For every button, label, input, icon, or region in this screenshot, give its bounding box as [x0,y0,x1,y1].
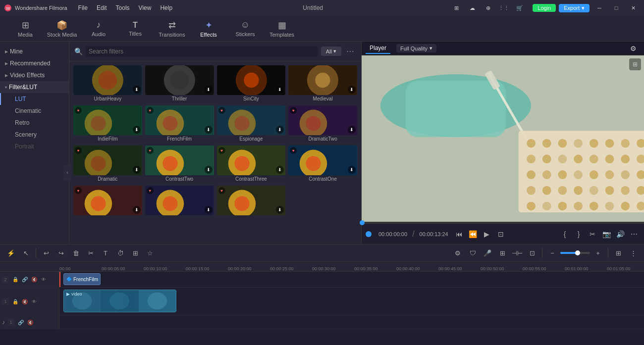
zoom-slider[interactable] [560,252,590,254]
toolbar-stock-media[interactable]: 📦 Stock Media [45,18,79,40]
smart-tools-button[interactable]: ⚡ [4,246,18,259]
effect-urbanheavy[interactable]: ⬇ UrbanHeavy [73,65,142,102]
download-icon[interactable]: ⬇ [205,126,213,134]
download-icon[interactable]: ⬇ [133,206,141,214]
connect-icon[interactable]: ⊕ [481,3,495,13]
effect-row4-2[interactable]: ♥ ⬇ [145,186,214,217]
effect-medieval[interactable]: ⬇ Medieval [288,65,357,102]
maximize-button[interactable]: □ [609,3,623,13]
download-icon[interactable]: ⬇ [205,86,213,94]
export-button[interactable]: Export ▾ [559,4,590,12]
track-eye-button-v[interactable]: 👁 [30,297,38,305]
track-lock-button-v[interactable]: 🔒 [11,297,19,305]
screenshot-icon[interactable]: ⊞ [629,58,641,70]
menu-view[interactable]: View [135,3,156,12]
effect-dramatic[interactable]: ♥ ⬇ Dramatic [73,146,142,183]
undo-button[interactable]: ↩ [39,246,53,259]
zoom-in-button[interactable]: + [591,246,605,259]
video-clip[interactable]: ▶ video [63,290,176,312]
download-icon[interactable]: ⬇ [205,206,213,214]
login-button[interactable]: Login [533,4,556,12]
toolbar-templates[interactable]: ▦ Templates [265,18,299,40]
sidebar-item-cinematic[interactable]: Cinematic [0,105,69,117]
preview-seekbar[interactable] [362,222,644,223]
close-button[interactable]: ✕ [626,3,640,13]
menu-edit[interactable]: Edit [93,3,111,12]
effect-contrasttwo[interactable]: ♥ ⬇ ContrastTwo [145,146,214,183]
track-eye-button[interactable]: 👁 [40,276,48,284]
sidebar-item-retro[interactable]: Retro [0,117,69,129]
menu-tools[interactable]: Tools [112,3,134,12]
pip-button[interactable]: ⊡ [525,246,539,259]
toolbar-media[interactable]: ⊞ Media [8,18,43,40]
effect-indiefilm[interactable]: ♥ ⬇ IndieFilm [73,105,142,143]
sidebar-header-mine[interactable]: ▶ Mine [0,46,69,57]
cloud-icon[interactable]: ☁ [465,3,479,13]
cut-clip-button[interactable]: ✂ [84,246,98,259]
track-lock-button[interactable]: 🔒 [11,276,19,284]
sidebar-item-portrait[interactable]: Portrait [0,141,69,152]
download-icon[interactable]: ⬇ [133,126,141,134]
sidebar-collapse-button[interactable]: ‹ [63,165,71,180]
more-options-button[interactable]: ⋯ [344,46,356,57]
redo-button[interactable]: ↪ [54,246,68,259]
quality-select[interactable]: Full Quality ▾ [396,44,436,52]
effect-contrastone[interactable]: ♥ ⬇ ContrastOne [288,146,357,183]
more-controls-button[interactable]: ⋯ [628,228,640,240]
effect-row4-1[interactable]: ♥ ⬇ [73,186,142,217]
sidebar-item-lut[interactable]: LUT [0,93,69,105]
toolbar-transitions[interactable]: ⇄ Transitions [155,18,189,40]
step-back-button[interactable]: ⏪ [467,228,479,240]
mic-button[interactable]: 🎤 [481,246,494,259]
download-icon[interactable]: ⬇ [348,166,356,174]
menu-file[interactable]: File [74,3,92,12]
toolbar-titles[interactable]: T Titles [118,18,153,40]
timer-button[interactable]: ⏱ [113,246,127,259]
cart-icon[interactable]: 🛒 [513,3,527,13]
shield-button[interactable]: 🛡 [466,246,480,259]
select-tool-button[interactable]: ↖ [19,246,33,259]
effect-thriller[interactable]: ⬇ Thriller [145,65,214,102]
effect-dramatictwo[interactable]: ♥ ⬇ DramaticTwo [288,105,357,143]
track-link-button[interactable]: 🔗 [21,276,29,284]
sidebar-header-video-effects[interactable]: ▶ Video Effects [0,69,69,81]
track-link-audio[interactable]: 🔗 [17,318,25,326]
apps-icon[interactable]: ⋮⋮ [497,3,511,13]
settings-button[interactable]: ⚙ [451,246,465,259]
filter-clip[interactable]: 🔷 FrenchFilm [63,273,101,285]
extra-button[interactable]: ☆ [143,246,157,259]
mark-out-button[interactable]: } [573,228,585,240]
toolbar-effects[interactable]: ✦ Effects [191,18,226,40]
fullscreen-button[interactable]: ⊡ [495,228,507,240]
search-input[interactable] [86,46,318,57]
download-icon[interactable]: ⬇ [205,166,213,174]
effect-sincity[interactable]: ⬇ SinCity [217,65,286,102]
track-mute-button[interactable]: 🔇 [30,276,38,284]
toolbar-audio[interactable]: ♪ Audio [81,18,116,40]
toolbar-stickers[interactable]: ☺ Stickers [228,18,263,40]
download-icon[interactable]: ⬇ [348,86,356,94]
filter-all-button[interactable]: All ▾ [321,47,341,56]
delete-button[interactable]: 🗑 [69,246,83,259]
adjust-button[interactable]: ⊞ [128,246,142,259]
download-icon[interactable]: ⬇ [133,86,141,94]
volume-button[interactable]: 🔊 [614,228,626,240]
effect-espionage[interactable]: ♥ ⬇ Espionage [217,105,286,143]
sidebar-header-recommended[interactable]: ▶ Recommended [0,57,69,69]
skip-back-button[interactable]: ⏮ [453,228,465,240]
layer-button[interactable]: ⊞ [495,246,509,259]
zoom-out-button[interactable]: − [545,246,559,259]
grid-view-button[interactable]: ⊞ [611,246,625,259]
cut-button[interactable]: ✂ [587,228,598,240]
effect-contrastthree[interactable]: ♥ ⬇ ContrastThree [217,146,286,183]
snap-icon[interactable]: ⊞ [449,3,463,13]
download-icon[interactable]: ⬇ [133,166,141,174]
effect-row4-3[interactable]: ♥ ⬇ [217,186,286,217]
play-button[interactable]: ▶ [481,228,493,240]
download-icon[interactable]: ⬇ [348,126,356,134]
preview-settings-icon[interactable]: ⚙ [626,44,640,53]
track-mute-button-v[interactable]: 🔇 [21,297,29,305]
sidebar-header-filter-lut[interactable]: ▾ Filter&LUT [0,81,69,93]
track-mute-audio[interactable]: 🔇 [26,318,34,326]
text-button[interactable]: T [99,246,112,259]
